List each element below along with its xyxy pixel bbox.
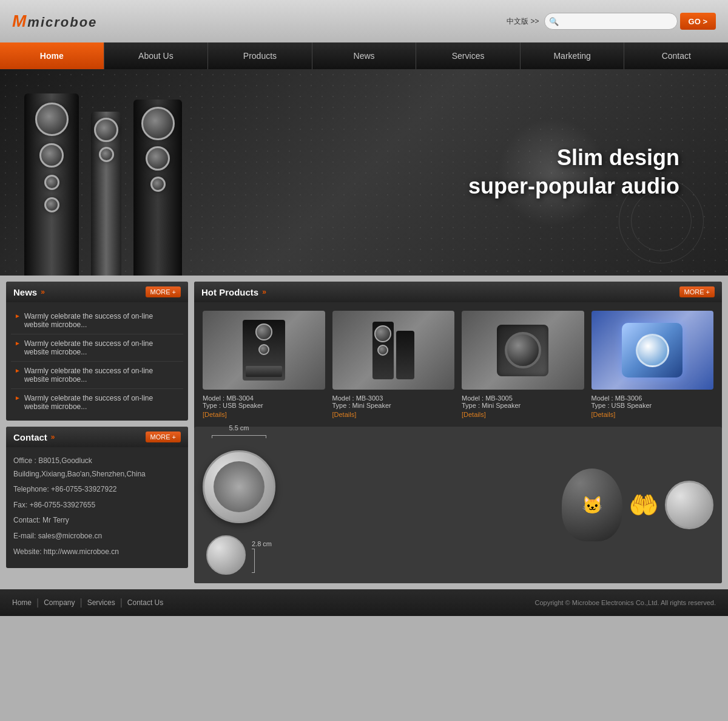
footer-sep-1: | (36, 597, 39, 608)
hot-products-more-button[interactable]: MORE + (679, 286, 715, 297)
main-nav: Home About Us Products News Services Mar… (0, 42, 728, 69)
round-in-hand (665, 481, 713, 529)
product-model-2: Model : MB-3003 (332, 394, 455, 402)
footer-sep-2: | (80, 597, 83, 608)
news-item-4[interactable]: ► Warmly celebrate the success of on-lin… (11, 389, 183, 416)
contact-fax: Fax: +86-0755-33927655 (13, 499, 181, 512)
product-visual-4 (622, 323, 682, 377)
news-arrow-2: ► (15, 340, 21, 356)
prod-drv-1a (255, 323, 272, 340)
driver-3 (44, 175, 59, 190)
hand-holding: 🤲 (629, 491, 659, 520)
top-right-controls: 中文版 >> 🔍 GO > (507, 13, 716, 30)
top-bar: Mmicroboe 中文版 >> 🔍 GO > (0, 0, 728, 42)
contact-chevrons: » (51, 433, 55, 441)
width-arrow (212, 435, 266, 438)
news-more-button[interactable]: MORE + (146, 286, 181, 297)
footer: Home | Company | Services | Contact Us C… (0, 589, 728, 616)
cat-figure: 🐱 (562, 469, 622, 541)
copyright-text: Copyright © Microboe Electronics Co.,Ltd… (534, 599, 716, 606)
product-image-3 (462, 311, 584, 390)
nav-item-about[interactable]: About Us (104, 42, 209, 69)
right-column: Hot Products » MORE + (194, 282, 722, 583)
contact-info: Office : B8015,Goodluck Building,Xixiang… (6, 447, 188, 568)
nav-item-home[interactable]: Home (0, 42, 104, 69)
product-details-3[interactable]: [Details] (462, 411, 584, 418)
height-label: 2.8 cm (252, 540, 272, 547)
driver-slim-2 (99, 147, 114, 162)
hot-products-chevrons: » (262, 288, 266, 296)
news-title: News » (13, 287, 45, 297)
hot-products-section: Hot Products » MORE + (194, 282, 722, 583)
dim-top-area: 5.5 cm (212, 435, 266, 438)
driver-rt-1 (141, 107, 175, 140)
footer-link-contact[interactable]: Contact Us (127, 598, 163, 607)
contact-website[interactable]: Website: http://www.microboe.cn (13, 546, 181, 559)
nav-item-services[interactable]: Services (416, 42, 521, 69)
contact-person: Contact: Mr Terry (13, 514, 181, 527)
left-column: News » MORE + ► Warmly celebrate the suc… (6, 282, 188, 583)
driver-2 (39, 143, 64, 168)
news-arrow-4: ► (15, 394, 21, 411)
product-visual-2 (372, 322, 414, 379)
height-dim: 2.8 cm (252, 538, 272, 573)
product-details-4[interactable]: [Details] (592, 411, 714, 418)
nav-item-news[interactable]: News (312, 42, 417, 69)
news-header: News » MORE + (6, 282, 188, 302)
product-type-3: Type : Mini Speaker (462, 402, 584, 409)
footer-link-services[interactable]: Services (87, 598, 115, 607)
contact-email[interactable]: E-mail: sales@microboe.cn (13, 530, 181, 543)
product-image-1 (203, 311, 325, 390)
prod-drv-2b (377, 345, 388, 356)
footer-link-company[interactable]: Company (44, 598, 75, 607)
contact-section: Contact » MORE + Office : B8015,Goodluck… (6, 427, 188, 568)
dimension-display: 5.5 cm 2.8 cm (203, 435, 275, 575)
lang-switch[interactable]: 中文版 >> (507, 16, 539, 27)
product-model-1: Model : MB-3004 (203, 394, 325, 402)
news-item-2[interactable]: ► Warmly celebrate the success of on-lin… (11, 334, 183, 362)
product-card-4[interactable]: Model : MB-3006 Type : USB Speaker [Deta… (592, 311, 714, 418)
contact-more-button[interactable]: MORE + (146, 432, 181, 442)
product-card-2[interactable]: Model : MB-3003 Type : Mini Speaker [Det… (332, 311, 455, 418)
prod-drv-1b (258, 344, 269, 355)
driver-rt-2 (146, 146, 170, 171)
product-model-4: Model : MB-3006 (592, 394, 714, 402)
contact-office: Office : B8015,Goodluck Building,Xixiang… (13, 455, 181, 481)
contact-header: Contact » MORE + (6, 427, 188, 447)
prod-mini-3 (505, 332, 541, 368)
round-open-display: 2.8 cm (206, 535, 272, 575)
go-button[interactable]: GO > (680, 13, 716, 30)
prod-sp-2a (372, 322, 394, 379)
contact-title: Contact » (13, 432, 55, 442)
cat-display: 🐱 🤲 (285, 469, 713, 541)
nav-item-contact[interactable]: Contact (624, 42, 728, 69)
product-card-3[interactable]: Model : MB-3005 Type : Mini Speaker [Det… (462, 311, 584, 418)
product-details-2[interactable]: [Details] (332, 411, 455, 418)
search-input[interactable] (544, 13, 678, 30)
driver-4 (44, 197, 59, 212)
news-item-1[interactable]: ► Warmly celebrate the success of on-lin… (11, 307, 183, 334)
speaker-illustration (24, 69, 182, 276)
product-details-1[interactable]: [Details] (203, 411, 325, 418)
speaker-center (91, 112, 121, 276)
prod-blue-4 (636, 334, 669, 367)
product-card-1[interactable]: Model : MB-3004 Type : USB Speaker [Deta… (203, 311, 325, 418)
nav-item-products[interactable]: Products (208, 42, 312, 69)
featured-product-banner: 5.5 cm 2.8 cm (194, 427, 722, 583)
search-box: 🔍 GO > (544, 13, 716, 30)
contact-telephone: Telephone: +86-0755-33927922 (13, 483, 181, 496)
news-item-3[interactable]: ► Warmly celebrate the success of on-lin… (11, 362, 183, 389)
footer-link-home[interactable]: Home (12, 598, 32, 607)
nav-item-marketing[interactable]: Marketing (521, 42, 625, 69)
product-image-2 (332, 311, 455, 390)
news-chevrons: » (41, 288, 45, 296)
hot-products-header: Hot Products » MORE + (194, 282, 722, 302)
news-items-list: ► Warmly celebrate the success of on-lin… (6, 302, 188, 421)
footer-sep-3: | (120, 597, 123, 608)
product-visual-3 (497, 325, 548, 376)
banner-title: Slim design super-popular audio (468, 144, 679, 201)
footer-links: Home | Company | Services | Contact Us (12, 597, 163, 608)
product-visual-1 (243, 320, 285, 381)
speaker-right-tall (133, 100, 182, 276)
driver-slim-1 (94, 118, 118, 142)
